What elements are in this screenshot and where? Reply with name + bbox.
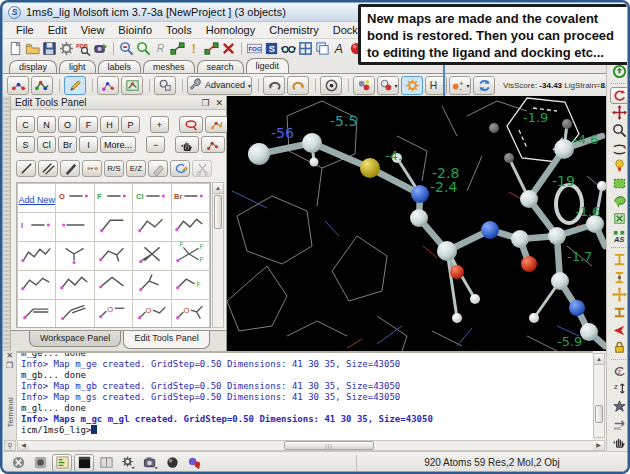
clip-c-icon[interactable] [610,304,629,321]
shadow-ball-icon[interactable] [162,454,182,472]
fragment-chain4-cell[interactable] [171,213,209,242]
r-label-icon[interactable]: R [152,41,169,57]
glasses-icon[interactable] [280,41,297,57]
fragment-o-etherO-cell[interactable]: O [94,300,132,329]
clip-b-icon[interactable] [610,269,629,286]
horizontal-scrollbar[interactable]: ◀ ||| ▶ [17,440,605,451]
ring-join-button[interactable] [154,76,176,95]
zoom-icon[interactable] [610,122,629,139]
fragment-f-het-cell[interactable]: F [94,184,132,213]
tab-search[interactable]: search [197,60,244,73]
settings-gear-icon[interactable] [58,41,75,57]
terminal-float-icon[interactable]: ❐ [3,361,16,371]
3d-viewport[interactable]: -56-5.5-4.-2.8-2.4-1.9-4.6-19-1.6-1.7-5.… [227,96,606,351]
fragment-dbond1-cell[interactable] [18,300,56,329]
element-cl-button[interactable]: Cl [37,136,56,153]
menu-homology[interactable]: Homology [199,23,263,37]
element-f-button[interactable]: F [79,116,98,133]
fragment-chain2w-cell[interactable] [94,271,132,300]
element-n-button[interactable]: N [37,116,56,133]
tab-labels[interactable]: labels [98,60,142,73]
fragment-o-etherO2-cell[interactable]: O [133,300,171,329]
select-lasso-icon[interactable] [610,193,629,210]
mol-c-button[interactable] [97,76,119,95]
eraser-button[interactable] [148,160,168,177]
grab-hand-icon[interactable] [610,433,629,450]
frag-orange-button[interactable] [205,116,229,133]
fragment-ibu-cell[interactable] [94,242,132,271]
clip-move-icon[interactable] [610,287,629,304]
fragment-tbu-cell[interactable] [133,242,171,271]
fragment-bond-cell[interactable] [56,213,94,242]
go-icon[interactable] [30,454,50,472]
menu-file[interactable]: File [9,23,41,37]
scroll-up-icon[interactable]: ▲ [594,354,604,365]
pdb-search-icon[interactable]: PDB [75,41,92,57]
fragment-chain2-cell[interactable] [94,213,132,242]
scroll-thumb[interactable] [214,195,222,229]
zoom-in-icon[interactable] [118,41,135,57]
wrench-button[interactable]: Advanced▾ [187,76,252,95]
alert-icon[interactable]: ! [186,41,203,57]
fragment-iso2-cell[interactable] [133,271,171,300]
balls-b-button[interactable]: ▾ [377,76,399,95]
menu-view[interactable]: View [74,23,112,37]
fog-icon[interactable]: FOG [246,41,263,57]
scroll-left-icon[interactable]: ◀ [18,441,29,450]
scroll-up-icon[interactable]: ▲ [213,183,223,194]
mol-d-button[interactable] [121,76,143,95]
import-camera-icon[interactable] [92,41,109,57]
translate-icon[interactable] [610,105,629,122]
escape-key-icon[interactable]: esc [610,416,629,433]
select-rect-icon[interactable] [610,175,629,192]
stereo-s-icon[interactable]: S [263,41,280,57]
menu-edit[interactable]: Edit [41,23,74,37]
E/Z-button[interactable]: E/Z [126,160,146,177]
save-icon[interactable] [41,41,58,57]
rotate-z-icon[interactable] [610,140,629,157]
target-button[interactable] [320,76,342,95]
element-i-button[interactable]: I [79,136,98,153]
camera-drop-icon[interactable] [140,454,160,472]
add-new-link[interactable]: Add New [18,195,55,205]
gear-drop-icon[interactable] [118,454,138,472]
spin-z-icon[interactable]: z [610,363,629,380]
float-panel-icon[interactable]: ❐ [198,98,212,108]
balls-a-button[interactable] [353,76,375,95]
scroll-right-icon[interactable]: ▶ [593,441,604,450]
order-z-icon[interactable]: z [610,381,629,398]
scroll-thumb[interactable]: ||| [284,441,374,450]
tab-ligedit[interactable]: ligedit [246,58,290,73]
color-pick-icon[interactable] [184,454,204,472]
clip-a-icon[interactable] [610,251,629,268]
fragment-cl-het-cell[interactable]: Cl [133,184,171,213]
bond-single-button[interactable] [16,160,36,177]
undo-button[interactable] [263,76,285,95]
element-br-button[interactable]: Br [58,136,77,153]
bond-double-button[interactable] [38,160,58,177]
bond-dotted-button[interactable] [82,160,102,177]
fragment-iso-cell[interactable] [56,242,94,271]
element-p-button[interactable]: P [121,116,140,133]
charge-plus-button[interactable]: + [150,116,169,133]
close-panel-icon[interactable]: ✕ [212,98,226,108]
view-reset-icon[interactable] [610,63,629,80]
connect-a-icon[interactable] [169,41,186,57]
terminal-prompt-line[interactable]: icm/1ms6_lig> [21,425,593,436]
tab-display[interactable]: display [9,60,57,73]
menu-tools[interactable]: Tools [159,23,199,37]
panel-tab-workspace-panel[interactable]: Workspace Panel [29,331,121,347]
refresh-blue-button[interactable] [473,76,495,95]
panel-tab-edit-tools-panel[interactable]: Edit Tools Panel [123,331,209,349]
mol-a-button[interactable] [7,76,29,95]
workspace-tree-icon[interactable] [52,454,72,472]
fragment-f-cf3-cell[interactable]: FFF [171,242,209,271]
add-new-fragment-link[interactable]: Add New [18,184,56,213]
delete-x-icon[interactable] [220,41,237,57]
menu-chemistry[interactable]: Chemistry [262,23,326,37]
frag-red-button[interactable] [201,136,225,153]
menu-bioinfo[interactable]: Bioinfo [111,23,159,37]
rotate-boxed-icon[interactable] [610,87,629,104]
light-icon[interactable] [610,157,629,174]
lasso-red-button[interactable] [179,116,203,133]
